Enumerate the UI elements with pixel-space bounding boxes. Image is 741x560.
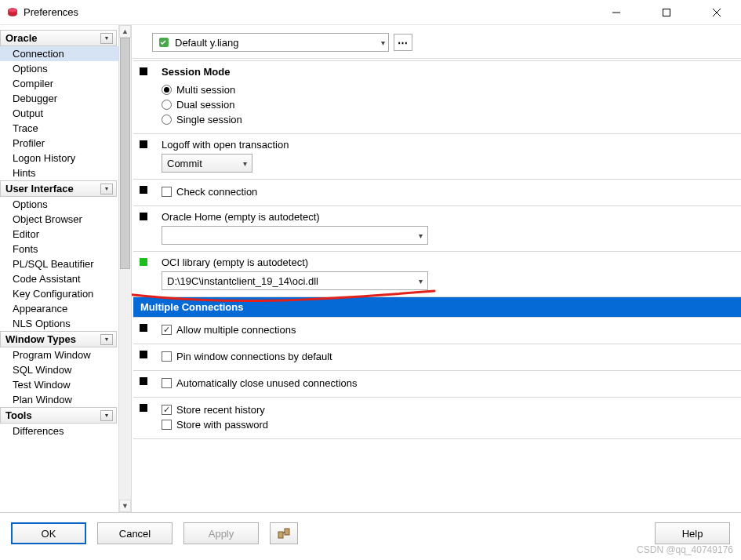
tree-item-label: Differences [13, 425, 64, 437]
tree-item-label: Object Browser [13, 213, 82, 225]
oracle-home-combo[interactable]: ▾ [162, 226, 428, 245]
tree-item-logon-history[interactable]: Logon History [0, 151, 118, 165]
tree-item-hints[interactable]: Hints [0, 165, 118, 180]
dialog-button-bar: OK Cancel Apply Help [0, 513, 741, 554]
group-pin-window: Pin window connections by default [133, 344, 741, 371]
tree-item-compiler[interactable]: Compiler [0, 76, 118, 91]
button-label: OK [42, 528, 56, 540]
tree-item-label: SQL Window [13, 364, 71, 376]
cancel-button[interactable]: Cancel [97, 522, 173, 544]
checkbox-label: Allow multiple connections [176, 324, 296, 336]
pin-window-checkbox[interactable]: Pin window connections by default [162, 349, 735, 364]
sidebar-scrollbar[interactable]: ▲ ▼ [118, 25, 131, 512]
tree-item-trace[interactable]: Trace [0, 121, 118, 136]
tree-item-differences[interactable]: Differences [0, 424, 118, 438]
profile-more-button[interactable]: ⋯ [394, 34, 412, 51]
tree-item-debugger[interactable]: Debugger [0, 91, 118, 106]
tree-item-ui-options[interactable]: Options [0, 197, 118, 212]
apply-button[interactable]: Apply [183, 522, 259, 544]
window-minimize-button[interactable] [598, 1, 634, 24]
tree-item-object-browser[interactable]: Object Browser [0, 212, 118, 227]
store-password-checkbox[interactable]: Store with password [162, 417, 735, 432]
tree-item-label: Trace [13, 122, 38, 134]
tree-item-label: Test Window [13, 379, 71, 391]
tree-item-test-window[interactable]: Test Window [0, 377, 118, 392]
radio-dual-session[interactable]: Dual session [162, 97, 735, 112]
profile-selector-row: Default y.liang ▾ ⋯ [132, 25, 741, 59]
svg-point-1 [9, 8, 17, 12]
check-connection-checkbox[interactable]: Check connection [162, 184, 735, 199]
tree-item-label: Options [13, 63, 48, 75]
collapse-toggle-icon[interactable]: ▼ [100, 410, 113, 421]
tree-item-label: Output [13, 107, 43, 119]
profile-select[interactable]: Default y.liang ▾ [152, 33, 389, 52]
collapse-toggle-icon[interactable]: ▼ [100, 184, 113, 195]
auto-close-checkbox[interactable]: Automatically close unused connections [162, 376, 735, 391]
tree-item-label: Connection [13, 48, 64, 60]
radio-icon [162, 115, 172, 125]
group-marker-icon [140, 404, 147, 412]
tree-section-label: User Interface [5, 183, 74, 195]
collapse-toggle-icon[interactable]: ▼ [100, 334, 113, 345]
collapse-toggle-icon[interactable]: ▼ [100, 33, 113, 44]
tree-item-options[interactable]: Options [0, 61, 118, 76]
allow-multiple-checkbox[interactable]: Allow multiple connections [162, 322, 735, 337]
tree-item-label: Compiler [13, 78, 53, 89]
tree-item-nls-options[interactable]: NLS Options [0, 316, 118, 331]
checkbox-icon [162, 187, 172, 197]
tree-item-label: Logon History [13, 152, 75, 164]
tree-item-key-configuration[interactable]: Key Configuration [0, 286, 118, 301]
tree-section-window-types[interactable]: Window Types ▼ [0, 331, 117, 347]
radio-single-session[interactable]: Single session [162, 112, 735, 127]
scroll-track[interactable] [119, 38, 131, 500]
checkbox-icon [162, 420, 172, 430]
tree-item-connection[interactable]: Connection [0, 46, 118, 61]
tree-item-program-window[interactable]: Program Window [0, 347, 118, 362]
tree-section-oracle[interactable]: Oracle ▼ [0, 30, 117, 46]
group-marker-icon [140, 351, 147, 358]
tree-item-plsql-beautifier[interactable]: PL/SQL Beautifier [0, 256, 118, 271]
button-label: Apply [209, 528, 234, 540]
button-label: Help [682, 528, 703, 540]
window-title: Preferences [24, 6, 78, 18]
chevron-down-icon: ▾ [381, 38, 385, 47]
tree-section-tools[interactable]: Tools ▼ [0, 407, 117, 424]
scroll-up-icon[interactable]: ▲ [119, 25, 131, 38]
tree-item-label: Code Assistant [13, 273, 81, 285]
oci-library-combo[interactable]: D:\19C\instantclient_19_14\oci.dll ▾ [162, 271, 428, 290]
radio-multi-session[interactable]: Multi session [162, 82, 735, 97]
tree-item-label: Options [13, 198, 48, 210]
tree-item-code-assistant[interactable]: Code Assistant [0, 271, 118, 286]
group-marker-icon [140, 67, 147, 75]
tree-section-user-interface[interactable]: User Interface ▼ [0, 180, 117, 197]
button-label: Cancel [119, 528, 151, 540]
tree-item-plan-window[interactable]: Plan Window [0, 392, 118, 407]
group-logoff: Logoff with open transaction Commit ▾ [133, 134, 741, 180]
tree-item-profiler[interactable]: Profiler [0, 136, 118, 151]
logoff-select[interactable]: Commit ▾ [162, 154, 252, 173]
tree-item-sql-window[interactable]: SQL Window [0, 362, 118, 377]
store-recent-checkbox[interactable]: Store recent history [162, 402, 735, 417]
group-store-history: Store recent history Store with password [133, 398, 741, 439]
combo-value: Commit [167, 158, 202, 169]
tree-item-output[interactable]: Output [0, 106, 118, 121]
checkbox-icon [162, 325, 172, 335]
scroll-thumb[interactable] [120, 38, 130, 269]
export-import-button[interactable] [270, 522, 298, 544]
scroll-down-icon[interactable]: ▼ [119, 500, 131, 512]
window-close-button[interactable] [699, 1, 735, 24]
checkbox-icon [162, 351, 172, 362]
help-button[interactable]: Help [655, 522, 730, 544]
tree-item-appearance[interactable]: Appearance [0, 301, 118, 316]
group-marker-icon [140, 186, 147, 194]
group-check-connection: Check connection [133, 180, 741, 206]
window-maximize-button[interactable] [648, 1, 685, 24]
chevron-down-icon: ▾ [419, 231, 423, 240]
tree-item-editor[interactable]: Editor [0, 227, 118, 242]
group-session-mode: Session Mode Multi session Dual session … [133, 60, 741, 134]
ok-button[interactable]: OK [11, 522, 86, 544]
checkbox-label: Pin window connections by default [176, 351, 332, 362]
tree-item-label: Appearance [13, 303, 67, 315]
chevron-down-icon: ▾ [419, 277, 423, 285]
tree-item-fonts[interactable]: Fonts [0, 242, 118, 256]
